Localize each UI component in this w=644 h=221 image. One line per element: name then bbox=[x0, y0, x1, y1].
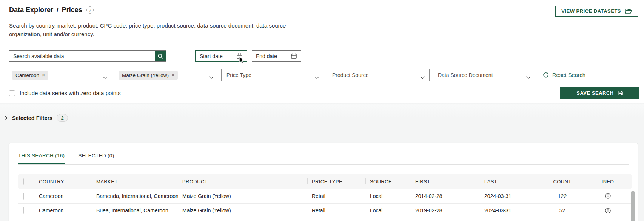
zero-data-label: Include data series with zero data point… bbox=[20, 90, 121, 96]
cell-first: 2019-02-28 bbox=[411, 203, 480, 218]
tab-this-search[interactable]: THIS SEARCH (16) bbox=[18, 153, 65, 164]
breadcrumb: Data Explorer / Prices ? bbox=[9, 6, 94, 14]
chevron-down-icon bbox=[526, 74, 531, 81]
zero-data-option: Include data series with zero data point… bbox=[9, 90, 121, 96]
product-source-placeholder: Product Source bbox=[330, 72, 369, 78]
page-title: Prices bbox=[62, 6, 82, 14]
chevron-down-icon bbox=[103, 74, 108, 81]
cell-source: Local bbox=[365, 203, 411, 218]
price-type-placeholder: Price Type bbox=[224, 72, 251, 78]
chevron-down-icon bbox=[209, 74, 214, 81]
start-date-field bbox=[195, 50, 247, 62]
tab-selected[interactable]: SELECTED (0) bbox=[78, 153, 114, 164]
results-table: COUNTRY MARKET PRODUCT PRICE TYPE SOURCE… bbox=[18, 174, 632, 218]
cell-count: 122 bbox=[541, 189, 584, 203]
column-source: SOURCE bbox=[365, 174, 411, 189]
cell-source: Local bbox=[365, 189, 411, 203]
save-icon bbox=[618, 90, 623, 96]
end-date-field bbox=[252, 50, 301, 62]
open-folder-icon bbox=[625, 8, 632, 14]
data-source-document-dropdown[interactable]: Data Source Document bbox=[433, 69, 535, 81]
selected-filters-count-badge: 2 bbox=[57, 114, 68, 122]
selected-filters-label: Selected Filters bbox=[12, 115, 52, 121]
search-icon bbox=[157, 53, 163, 59]
cell-product: Maize Grain (Yellow) bbox=[178, 203, 307, 218]
cell-product: Maize Grain (Yellow) bbox=[178, 189, 307, 203]
cell-first: 2014-02-28 bbox=[411, 189, 480, 203]
cell-count: 52 bbox=[541, 203, 584, 218]
selected-filters-toggle[interactable]: Selected Filters 2 bbox=[5, 114, 68, 122]
results-tabs: THIS SEARCH (16) SELECTED (0) bbox=[18, 150, 629, 165]
chevron-down-icon bbox=[314, 74, 319, 81]
column-market: MARKET bbox=[92, 174, 178, 189]
remove-chip-icon[interactable]: × bbox=[171, 72, 174, 78]
cell-info bbox=[584, 203, 632, 218]
results-table-container: COUNTRY MARKET PRODUCT PRICE TYPE SOURCE… bbox=[18, 174, 629, 218]
column-last: LAST bbox=[480, 174, 541, 189]
help-icon[interactable]: ? bbox=[86, 6, 94, 14]
data-explorer-page: Data Explorer / Prices ? VIEW PRICE DATA… bbox=[0, 0, 644, 221]
cell-country: Cameroon bbox=[34, 189, 92, 203]
breadcrumb-separator: / bbox=[57, 6, 59, 14]
country-chip-label: Cameroon bbox=[15, 72, 39, 78]
cell-market: Bamenda, International, Cameroon bbox=[92, 189, 178, 203]
column-count: COUNT bbox=[541, 174, 584, 189]
cell-price-type: Retail bbox=[307, 189, 365, 203]
country-filter-dropdown[interactable]: Cameroon × bbox=[9, 69, 112, 81]
zero-data-checkbox[interactable] bbox=[9, 90, 15, 96]
column-info: INFO bbox=[584, 174, 632, 189]
row-checkbox[interactable] bbox=[23, 193, 24, 200]
product-source-dropdown[interactable]: Product Source bbox=[327, 69, 430, 81]
reset-search-link[interactable]: Reset Search bbox=[542, 72, 585, 78]
row-select-cell bbox=[18, 189, 34, 203]
remove-chip-icon[interactable]: × bbox=[42, 72, 45, 78]
info-icon[interactable] bbox=[584, 207, 632, 214]
table-scrollbar[interactable] bbox=[631, 191, 635, 221]
column-price-type: PRICE TYPE bbox=[307, 174, 365, 189]
product-chip: Maize Grain (Yellow) × bbox=[119, 71, 178, 80]
product-filter-dropdown[interactable]: Maize Grain (Yellow) × bbox=[116, 69, 218, 81]
price-type-dropdown[interactable]: Price Type bbox=[221, 69, 324, 81]
search-box bbox=[9, 50, 166, 62]
save-search-label: SAVE SEARCH bbox=[576, 90, 613, 96]
column-first: FIRST bbox=[411, 174, 480, 189]
cell-last: 2024-03-31 bbox=[480, 203, 541, 218]
breadcrumb-section[interactable]: Data Explorer bbox=[9, 6, 53, 14]
product-chip-label: Maize Grain (Yellow) bbox=[122, 72, 169, 78]
chevron-down-icon bbox=[420, 74, 425, 81]
search-button[interactable] bbox=[155, 51, 166, 61]
table-header-row: COUNTRY MARKET PRODUCT PRICE TYPE SOURCE… bbox=[18, 174, 632, 189]
table-body: Cameroon Bamenda, International, Cameroo… bbox=[18, 189, 632, 218]
save-search-button[interactable]: SAVE SEARCH bbox=[560, 87, 639, 99]
data-source-document-placeholder: Data Source Document bbox=[436, 72, 493, 78]
cell-last: 2024-03-31 bbox=[480, 189, 541, 203]
table-row[interactable]: Cameroon Bamenda, International, Cameroo… bbox=[18, 189, 632, 203]
cell-country: Cameroon bbox=[34, 203, 92, 218]
country-chip: Cameroon × bbox=[12, 71, 48, 80]
row-select-cell bbox=[18, 203, 34, 218]
refresh-icon bbox=[542, 72, 549, 78]
results-card: THIS SEARCH (16) SELECTED (0) COUNTRY MA… bbox=[9, 143, 638, 221]
row-checkbox[interactable] bbox=[23, 207, 24, 214]
table-row[interactable]: Cameroon Buea, International, Cameroon M… bbox=[18, 203, 632, 218]
search-input[interactable] bbox=[9, 51, 155, 61]
start-date-input[interactable] bbox=[200, 53, 233, 59]
calendar-icon[interactable] bbox=[291, 53, 297, 59]
reset-search-label: Reset Search bbox=[552, 72, 585, 78]
page-description: Search by country, market, product, CPC … bbox=[9, 21, 303, 38]
cell-price-type: Retail bbox=[307, 203, 365, 218]
chevron-right-icon bbox=[5, 115, 8, 121]
table-header: COUNTRY MARKET PRODUCT PRICE TYPE SOURCE… bbox=[18, 174, 632, 189]
view-price-datasets-label: VIEW PRICE DATASETS bbox=[561, 8, 621, 14]
cell-market: Buea, International, Cameroon bbox=[92, 203, 178, 218]
column-product: PRODUCT bbox=[178, 174, 307, 189]
info-icon[interactable] bbox=[584, 193, 632, 199]
end-date-input[interactable] bbox=[256, 53, 288, 59]
view-price-datasets-button[interactable]: VIEW PRICE DATASETS bbox=[555, 6, 638, 17]
select-all-checkbox[interactable] bbox=[23, 178, 24, 185]
column-country: COUNTRY bbox=[34, 174, 92, 189]
calendar-icon[interactable] bbox=[236, 53, 243, 59]
select-all-header bbox=[18, 174, 34, 189]
cell-info bbox=[584, 189, 632, 203]
